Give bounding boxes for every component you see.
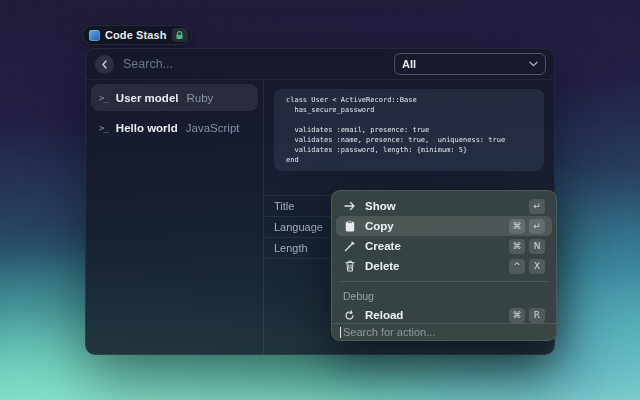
menu-item-label: Reload — [365, 309, 403, 321]
filter-dropdown[interactable]: All — [394, 53, 546, 75]
list-item-hello-world[interactable]: >_ Hello world JavaScript — [91, 114, 258, 141]
trash-icon — [343, 260, 356, 272]
keycap: ↵ — [529, 219, 545, 234]
menu-item-label: Show — [365, 200, 396, 212]
keycap: ↵ — [529, 199, 545, 214]
app-title-pill[interactable]: Code Stash — [82, 25, 192, 45]
divider — [339, 281, 549, 282]
action-search-input[interactable]: Search for action... — [343, 326, 435, 338]
text-cursor — [340, 327, 341, 338]
list-item-user-model[interactable]: >_ User model Ruby — [91, 84, 258, 111]
search-bar: Search... All — [86, 49, 554, 80]
arrow-right-icon — [343, 201, 356, 211]
keycap: X — [529, 259, 545, 274]
filter-selected-value: All — [402, 58, 416, 70]
action-menu: Show ↵ Copy ⌘ ↵ Create — [331, 190, 557, 341]
metadata-label: Length — [274, 242, 308, 254]
keycap: ⌘ — [509, 239, 525, 254]
desktop-background: Code Stash Search... All >_ User model R… — [0, 0, 640, 400]
menu-item-delete[interactable]: Delete ^ X — [336, 256, 552, 276]
chevron-down-icon — [529, 61, 538, 67]
back-button[interactable] — [95, 55, 114, 74]
menu-item-copy[interactable]: Copy ⌘ ↵ — [336, 216, 552, 236]
shortcut-keys: ↵ — [529, 199, 545, 214]
terminal-icon: >_ — [99, 123, 108, 133]
snippet-language: JavaScript — [186, 122, 240, 134]
shortcut-keys: ⌘ ↵ — [509, 219, 545, 234]
lock-icon — [172, 28, 188, 42]
menu-item-label: Copy — [365, 220, 394, 232]
action-menu-items: Show ↵ Copy ⌘ ↵ Create — [332, 191, 556, 325]
metadata-label: Language — [274, 221, 323, 233]
keycap: ⌘ — [509, 219, 525, 234]
menu-item-label: Delete — [365, 260, 400, 272]
code-preview: class User < ActiveRecord::Base has_secu… — [286, 95, 532, 165]
keycap: ^ — [509, 259, 525, 274]
snippet-language: Ruby — [186, 92, 213, 104]
shortcut-keys: ^ X — [509, 259, 545, 274]
snippet-title: User model — [116, 92, 179, 104]
menu-item-label: Create — [365, 240, 401, 252]
snippet-title: Hello world — [116, 122, 178, 134]
menu-item-create[interactable]: Create ⌘ N — [336, 236, 552, 256]
app-title: Code Stash — [105, 29, 167, 41]
menu-item-reload[interactable]: Reload ⌘ R — [336, 305, 552, 325]
menu-section-debug: Debug — [336, 286, 552, 305]
metadata-label: Title — [274, 200, 294, 212]
chevron-left-icon — [101, 60, 108, 69]
action-search-bar[interactable]: Search for action... — [332, 323, 556, 340]
keycap: N — [529, 239, 545, 254]
reload-icon — [343, 310, 356, 321]
keycap: ⌘ — [509, 308, 525, 323]
pencil-icon — [343, 241, 356, 252]
keycap: R — [529, 308, 545, 323]
snippet-list: >_ User model Ruby >_ Hello world JavaSc… — [86, 80, 264, 355]
code-preview-panel: class User < ActiveRecord::Base has_secu… — [274, 89, 544, 171]
search-input[interactable]: Search... — [123, 57, 173, 71]
shortcut-keys: ⌘ N — [509, 239, 545, 254]
app-icon — [89, 30, 100, 41]
shortcut-keys: ⌘ R — [509, 308, 545, 323]
menu-item-show[interactable]: Show ↵ — [336, 196, 552, 216]
terminal-icon: >_ — [99, 93, 108, 103]
clipboard-icon — [343, 220, 356, 232]
